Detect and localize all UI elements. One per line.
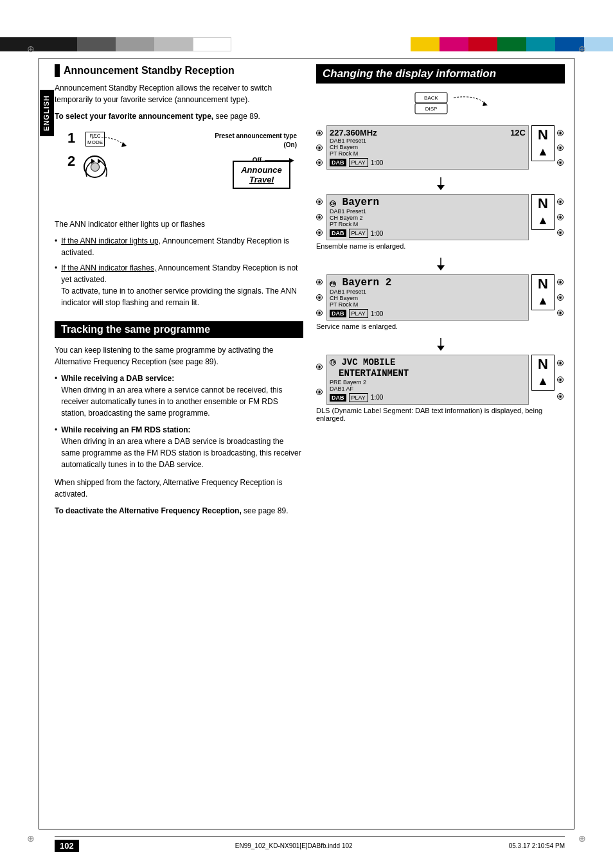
display1-row2: CH Bayern bbox=[330, 144, 526, 150]
reg-mark-tr: ⊕ bbox=[578, 44, 586, 54]
tracking-section: Tracking the same programme You can keep… bbox=[55, 321, 303, 517]
arrow-down-2 bbox=[316, 258, 565, 273]
dab-display-1: ◉ ◉ ◉ 227.360MHz 12C DAB1 Preset1 bbox=[316, 125, 565, 170]
display3-icons-left: ◉ ◉ ◉ bbox=[316, 274, 324, 321]
step-1-number: 1 bbox=[67, 130, 75, 146]
svg-text:BACK: BACK bbox=[424, 95, 438, 101]
display1-row1: DAB1 Preset1 bbox=[330, 137, 526, 144]
display3-icons-right: ◉ ◉ ◉ bbox=[557, 274, 565, 321]
display1-freq: 227.360MHz 12C bbox=[330, 128, 526, 137]
display4-screen: TX JVC MOBILE ENTERTAINMENT PRE Bayern 2… bbox=[326, 355, 529, 405]
announcement-body1: Announcement Standby Reception allows th… bbox=[55, 82, 303, 105]
display-group-2: ◉ ◉ ◉ CH Bayern DAB1 Preset1 C bbox=[316, 194, 565, 250]
footer-file: EN99_102_KD-NX901[E]DABfb.indd 102 bbox=[235, 842, 353, 849]
main-content: Announcement Standby Reception Announcem… bbox=[55, 64, 565, 823]
reg-mark-tl: ⊕ bbox=[27, 44, 35, 54]
svg-marker-13 bbox=[437, 265, 445, 270]
display2-ensemble: CH Bayern bbox=[330, 197, 526, 208]
bullet-ann-lights: • If the ANN indicator lights up, Announ… bbox=[55, 235, 303, 258]
display1-icons-left: ◉ ◉ ◉ bbox=[316, 125, 324, 170]
announce-box: Announce Travel bbox=[233, 161, 290, 189]
ann-bullets: • If the ANN indicator lights up, Announ… bbox=[55, 235, 303, 308]
display2-icons-left: ◉ ◉ ◉ bbox=[316, 194, 324, 240]
dial-arrows-svg bbox=[84, 151, 109, 180]
bullet-dab-service: • While receiving a DAB service: When dr… bbox=[55, 373, 303, 419]
svg-marker-2 bbox=[98, 159, 102, 164]
display4-row2: DAB1 AF bbox=[330, 385, 526, 392]
display1-compass: N ▲ bbox=[531, 125, 555, 161]
display4-bottom: DAB PLAY 1:00 bbox=[330, 393, 526, 402]
footer-date: 05.3.17 2:10:54 PM bbox=[509, 842, 565, 849]
right-column: Changing the display information BACK DI… bbox=[316, 64, 565, 522]
display2-row2: CH Bayern 2 bbox=[330, 215, 526, 221]
display2-row1: DAB1 Preset1 bbox=[330, 208, 526, 215]
step-2-number: 2 bbox=[67, 153, 75, 170]
dab-display-2: ◉ ◉ ◉ CH Bayern DAB1 Preset1 C bbox=[316, 194, 565, 240]
svg-marker-15 bbox=[437, 346, 445, 351]
ann-indicator-text: The ANN indicator either lights up or fl… bbox=[55, 218, 303, 230]
display3-caption: Service name is enlarged. bbox=[316, 323, 565, 330]
back-disp-svg: BACK DISP bbox=[377, 91, 505, 120]
display1-bottom: DAB PLAY 1:00 bbox=[330, 158, 526, 167]
display4-caption: DLS (Dynamic Label Segment: DAB text inf… bbox=[316, 407, 565, 422]
tracking-header: Tracking the same programme bbox=[55, 321, 303, 338]
display-group-4: ◉ ◉ TX JVC MOBILE ENTERTAINMENT PRE Baye… bbox=[316, 355, 565, 422]
display3-compass: N ▲ bbox=[531, 274, 555, 310]
reg-mark-br: ⊕ bbox=[578, 833, 586, 844]
display4-icons-right: ◉ ◉ ◉ bbox=[557, 355, 565, 405]
left-column: Announcement Standby Reception Announcem… bbox=[55, 64, 303, 522]
display4-dls: TX JVC MOBILE ENTERTAINMENT bbox=[330, 357, 526, 379]
page-number: 102 bbox=[55, 840, 79, 852]
display4-row1: PRE Bayern 2 bbox=[330, 379, 526, 385]
display3-row2: CH Bayern bbox=[330, 295, 526, 301]
language-tab: ENGLISH bbox=[40, 90, 54, 136]
border-top bbox=[39, 58, 574, 58]
display3-bottom: DAB PLAY 1:00 bbox=[330, 309, 526, 318]
display4-icons-left: ◉ ◉ bbox=[316, 355, 324, 405]
back-disp-area: BACK DISP bbox=[316, 91, 565, 120]
display1-screen: 227.360MHz 12C DAB1 Preset1 CH Bayern PT… bbox=[326, 125, 529, 170]
display1-row3: PT Rock M bbox=[330, 150, 526, 157]
bullet-fm-rds: • While receiving an FM RDS station: Whe… bbox=[55, 424, 303, 470]
announcement-select-bold: To select your favorite announcement typ… bbox=[55, 111, 303, 122]
section-bar-icon bbox=[55, 64, 60, 77]
display2-icons-right: ◉ ◉ ◉ bbox=[557, 194, 565, 240]
display3-service: PR Bayern 2 bbox=[330, 277, 526, 288]
dab-display-3: ◉ ◉ ◉ PR Bayern 2 DAB1 Preset1 bbox=[316, 274, 565, 321]
display1-icons-right: ◉ ◉ ◉ bbox=[557, 125, 565, 170]
display2-screen: CH Bayern DAB1 Preset1 CH Bayern 2 PT Ro… bbox=[326, 194, 529, 240]
announcement-diagram: 1 RECMODE 2 bbox=[67, 128, 303, 212]
dab-display-4: ◉ ◉ TX JVC MOBILE ENTERTAINMENT PRE Baye… bbox=[316, 355, 565, 405]
svg-text:DISP: DISP bbox=[425, 106, 437, 112]
display-group-3: ◉ ◉ ◉ PR Bayern 2 DAB1 Preset1 bbox=[316, 274, 565, 330]
preset-annotation: Preset announcement type (On) bbox=[215, 132, 297, 150]
border-bottom bbox=[39, 829, 574, 829]
display2-compass: N ▲ bbox=[531, 194, 555, 230]
display2-caption: Ensemble name is enlarged. bbox=[316, 242, 565, 250]
border-left bbox=[39, 58, 39, 829]
announcement-section-title: Announcement Standby Reception bbox=[64, 65, 235, 76]
changing-display-header: Changing the display information bbox=[316, 64, 565, 84]
arrow-down-1 bbox=[316, 177, 565, 193]
display-group-1: ◉ ◉ ◉ 227.360MHz 12C DAB1 Preset1 bbox=[316, 125, 565, 170]
display4-compass: N ▲ bbox=[531, 355, 555, 391]
display3-row3: PT Rock M bbox=[330, 301, 526, 308]
display2-row3: PT Rock M bbox=[330, 221, 526, 227]
deactivate-text: To deactivate the Alternative Frequency … bbox=[55, 505, 303, 517]
two-columns-layout: Announcement Standby Reception Announcem… bbox=[55, 64, 565, 522]
display2-bottom: DAB PLAY 1:00 bbox=[330, 229, 526, 238]
announcement-section-header: Announcement Standby Reception bbox=[55, 64, 303, 77]
display3-screen: PR Bayern 2 DAB1 Preset1 CH Bayern PT Ro… bbox=[326, 274, 529, 321]
border-right bbox=[574, 58, 574, 829]
page-footer: 102 EN99_102_KD-NX901[E]DABfb.indd 102 0… bbox=[55, 837, 565, 852]
bullet-ann-flashes: • If the ANN indicator flashes, Announce… bbox=[55, 262, 303, 308]
display3-row1: DAB1 Preset1 bbox=[330, 288, 526, 295]
color-registration-bar bbox=[0, 37, 613, 51]
svg-marker-11 bbox=[437, 185, 445, 190]
svg-marker-0 bbox=[121, 142, 127, 147]
shipped-text: When shipped from the factory, Alternati… bbox=[55, 477, 303, 500]
reg-mark-bl: ⊕ bbox=[27, 833, 35, 844]
arrow-down-3 bbox=[316, 338, 565, 353]
svg-marker-1 bbox=[91, 159, 95, 164]
tracking-body1: You can keep listening to the same progr… bbox=[55, 344, 303, 368]
